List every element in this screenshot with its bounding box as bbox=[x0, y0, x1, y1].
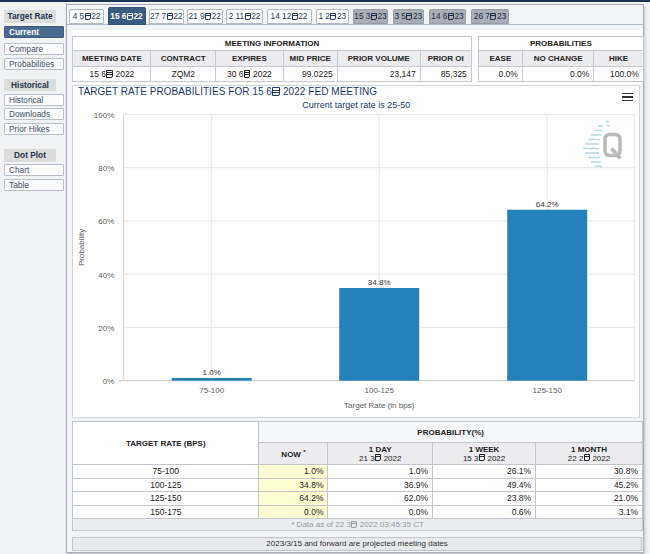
svg-text:60%: 60% bbox=[99, 217, 115, 226]
svg-text:Probability: Probability bbox=[77, 228, 86, 265]
svg-text:34.8%: 34.8% bbox=[368, 278, 391, 287]
svg-text:20%: 20% bbox=[99, 323, 115, 332]
svg-text:64.2%: 64.2% bbox=[536, 199, 559, 208]
svg-text:100%: 100% bbox=[94, 110, 114, 119]
svg-text:80%: 80% bbox=[99, 164, 115, 173]
svg-text:0%: 0% bbox=[103, 377, 115, 386]
svg-text:125-150: 125-150 bbox=[533, 386, 563, 395]
svg-text:40%: 40% bbox=[99, 270, 115, 279]
svg-text:1.0%: 1.0% bbox=[203, 368, 221, 377]
svg-text:75-100: 75-100 bbox=[200, 386, 225, 395]
svg-text:100-125: 100-125 bbox=[365, 386, 395, 395]
svg-text:Target Rate (in bps): Target Rate (in bps) bbox=[344, 400, 415, 409]
